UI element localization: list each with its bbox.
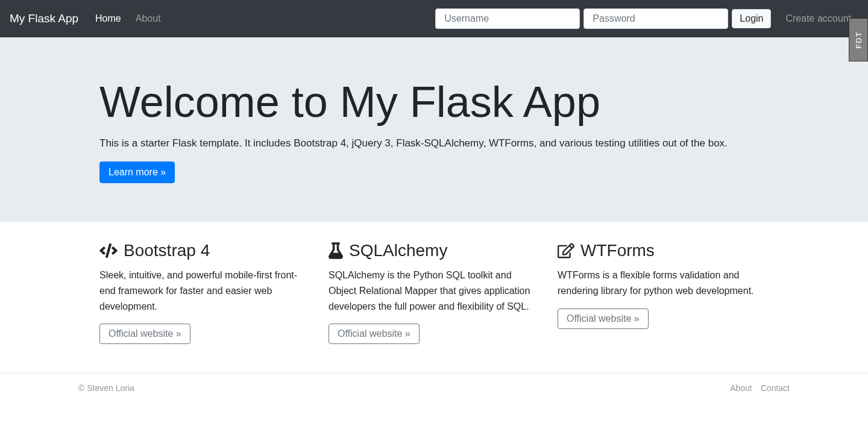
feature-title: SQLAlchemy — [349, 241, 447, 260]
feature-heading: SQLAlchemy — [329, 241, 539, 260]
footer-contact-link[interactable]: Contact — [761, 383, 790, 393]
nav-home[interactable]: Home — [88, 8, 128, 28]
footer-about-link[interactable]: About — [730, 383, 752, 393]
flask-icon — [329, 242, 343, 259]
official-website-button[interactable]: Official website » — [99, 324, 190, 344]
official-website-button[interactable]: Official website » — [329, 324, 420, 344]
official-website-button[interactable]: Official website » — [558, 309, 649, 329]
feature-heading: WTForms — [558, 241, 769, 260]
hero-section: Welcome to My Flask App This is a starte… — [0, 37, 868, 222]
feature-sqlalchemy: SQLAlchemy SQLAlchemy is the Python SQL … — [329, 241, 539, 344]
debug-toolbar-toggle[interactable]: FDT — [849, 18, 868, 61]
navbar-right: Login Create account — [435, 8, 858, 29]
feature-bootstrap: Bootstrap 4 Sleek, intuitive, and powerf… — [99, 241, 310, 344]
create-account-link[interactable]: Create account — [778, 8, 858, 29]
hero-description: This is a starter Flask template. It inc… — [99, 137, 769, 149]
username-input[interactable] — [435, 8, 580, 29]
login-button[interactable]: Login — [732, 9, 771, 28]
feature-title: Bootstrap 4 — [124, 241, 210, 260]
feature-description: WTForms is a flexible forms validation a… — [558, 268, 769, 298]
feature-heading: Bootstrap 4 — [99, 241, 310, 260]
footer-copyright: © Steven Loria — [78, 383, 134, 393]
brand-link[interactable]: My Flask App — [10, 12, 78, 25]
features-section: Bootstrap 4 Sleek, intuitive, and powerf… — [90, 241, 778, 344]
nav-about[interactable]: About — [128, 8, 168, 28]
feature-title: WTForms — [580, 241, 655, 260]
navbar: My Flask App Home About Login Create acc… — [0, 0, 868, 37]
learn-more-button[interactable]: Learn more » — [99, 161, 175, 183]
feature-description: Sleek, intuitive, and powerful mobile-fi… — [99, 268, 310, 314]
footer: © Steven Loria About Contact — [0, 373, 868, 403]
code-icon — [99, 243, 118, 258]
hero-title: Welcome to My Flask App — [99, 76, 769, 128]
nav-links: Home About — [88, 13, 168, 24]
fdt-label: FDT — [854, 31, 863, 48]
feature-description: SQLAlchemy is the Python SQL toolkit and… — [329, 268, 539, 314]
edit-icon — [558, 243, 574, 258]
password-input[interactable] — [583, 8, 728, 29]
feature-wtforms: WTForms WTForms is a flexible forms vali… — [558, 241, 769, 344]
